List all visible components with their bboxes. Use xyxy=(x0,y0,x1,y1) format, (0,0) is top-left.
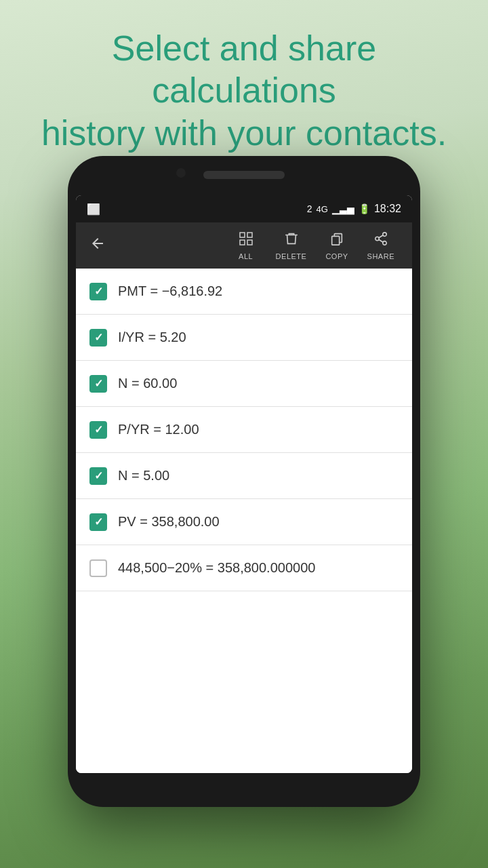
check-icon-2: ✓ xyxy=(94,331,103,344)
phone-frame: ⬜ 2 4G ▁▃▅ 🔋 18:32 xyxy=(68,156,420,807)
svg-line-10 xyxy=(379,239,383,242)
all-label: ALL xyxy=(239,252,253,260)
all-icon xyxy=(238,231,254,251)
screen-icon: ⬜ xyxy=(87,203,100,216)
svg-point-7 xyxy=(375,237,380,241)
copy-label: COPY xyxy=(325,252,348,260)
share-label: SHARE xyxy=(367,252,394,260)
toolbar-actions: ALL DELETE xyxy=(226,226,404,264)
list-item[interactable]: ✓ PMT = −6,816.92 xyxy=(76,269,412,315)
svg-point-8 xyxy=(383,241,387,245)
all-button[interactable]: ALL xyxy=(226,226,266,264)
status-bar: ⬜ 2 4G ▁▃▅ 🔋 18:32 xyxy=(76,195,412,222)
phone-screen: ⬜ 2 4G ▁▃▅ 🔋 18:32 xyxy=(76,195,412,773)
item-text-4: P/YR = 12.00 xyxy=(118,422,199,437)
list-item[interactable]: ✓ N = 60.00 xyxy=(76,361,412,407)
checkbox-2[interactable]: ✓ xyxy=(89,329,107,347)
check-icon-3: ✓ xyxy=(94,377,103,390)
svg-rect-5 xyxy=(332,236,340,245)
check-icon-5: ✓ xyxy=(94,469,103,482)
sim-indicator: 2 xyxy=(307,203,312,214)
svg-rect-2 xyxy=(240,240,245,245)
battery-icon: 🔋 xyxy=(359,203,370,214)
check-icon-4: ✓ xyxy=(94,423,103,436)
toolbar: ALL DELETE xyxy=(76,222,412,269)
list-item[interactable]: 448,500−20% = 358,800.000000 xyxy=(76,545,412,591)
phone-camera xyxy=(176,168,186,178)
headline: Select and share calculations history wi… xyxy=(0,27,488,154)
check-icon-6: ✓ xyxy=(94,515,103,528)
status-left: ⬜ xyxy=(87,203,100,216)
delete-label: DELETE xyxy=(276,252,307,260)
status-right: 2 4G ▁▃▅ 🔋 18:32 xyxy=(307,203,401,215)
copy-button[interactable]: COPY xyxy=(316,226,357,264)
share-button[interactable]: SHARE xyxy=(358,226,404,264)
checkbox-6[interactable]: ✓ xyxy=(89,513,107,531)
headline-line2: history with your contacts. xyxy=(41,113,447,153)
svg-rect-3 xyxy=(247,240,252,245)
list-item[interactable]: ✓ P/YR = 12.00 xyxy=(76,407,412,453)
item-text-2: I/YR = 5.20 xyxy=(118,330,186,345)
check-icon-1: ✓ xyxy=(94,285,103,298)
checkbox-7[interactable] xyxy=(89,559,107,577)
item-text-5: N = 5.00 xyxy=(118,468,169,484)
copy-icon xyxy=(329,231,344,251)
signal-icon: ▁▃▅ xyxy=(332,203,354,214)
calculations-list: ✓ PMT = −6,816.92 ✓ I/YR = 5.20 ✓ N = 60… xyxy=(76,269,412,773)
checkbox-5[interactable]: ✓ xyxy=(89,467,107,485)
headline-text: Select and share calculations history wi… xyxy=(27,27,461,154)
item-text-7: 448,500−20% = 358,800.000000 xyxy=(118,560,315,576)
list-item[interactable]: ✓ N = 5.00 xyxy=(76,453,412,499)
svg-rect-1 xyxy=(247,233,252,237)
share-icon xyxy=(373,231,388,251)
svg-line-9 xyxy=(379,235,383,238)
svg-rect-0 xyxy=(240,233,245,237)
back-button[interactable] xyxy=(84,229,111,262)
network-indicator: 4G xyxy=(317,204,328,214)
headline-line1: Select and share calculations xyxy=(112,28,376,110)
status-time: 18:32 xyxy=(374,203,401,215)
list-item[interactable]: ✓ PV = 358,800.00 xyxy=(76,499,412,545)
item-text-6: PV = 358,800.00 xyxy=(118,514,220,530)
list-item[interactable]: ✓ I/YR = 5.20 xyxy=(76,315,412,361)
checkbox-3[interactable]: ✓ xyxy=(89,375,107,393)
svg-point-6 xyxy=(383,233,387,237)
item-text-1: PMT = −6,816.92 xyxy=(118,283,222,299)
item-text-3: N = 60.00 xyxy=(118,376,177,391)
phone-speaker xyxy=(203,171,285,179)
delete-button[interactable]: DELETE xyxy=(266,226,317,264)
checkbox-4[interactable]: ✓ xyxy=(89,421,107,439)
checkbox-1[interactable]: ✓ xyxy=(89,283,107,300)
delete-icon xyxy=(284,231,299,251)
